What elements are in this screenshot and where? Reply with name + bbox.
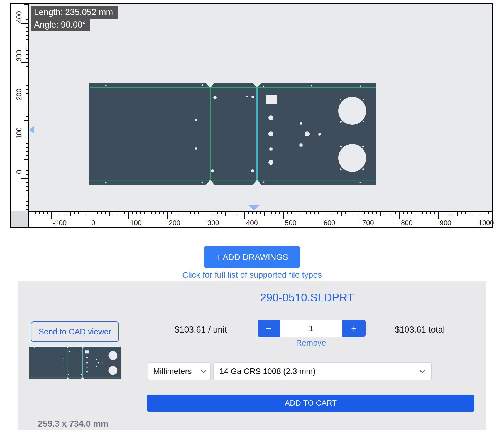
unit-price: $103.61 / unit	[175, 325, 227, 335]
part-card: 290-0510.SLDPRT Send to CAD viewer 259.3…	[18, 281, 486, 430]
send-to-cad-viewer-button[interactable]: Send to CAD viewer	[31, 321, 119, 342]
horizontal-ruler: -10001002003004005006007008009001000	[11, 211, 492, 227]
quantity-stepper: − +	[258, 320, 366, 337]
vertical-ruler: 4003002001000	[11, 4, 29, 211]
cad-viewer: Length: 235.052 mm Angle: 90.00° 4003002…	[10, 3, 493, 228]
quantity-decrease-button[interactable]: −	[258, 320, 280, 337]
tooltip-angle: Angle: 90.00°	[31, 19, 90, 31]
units-select[interactable]: Millimeters	[148, 362, 211, 380]
quantity-input[interactable]	[280, 320, 342, 337]
material-select-value: 14 Ga CRS 1008 (2.3 mm)	[219, 367, 315, 376]
supported-file-types-link[interactable]: Click for full list of supported file ty…	[0, 270, 504, 280]
chevron-down-icon	[201, 368, 206, 373]
viewer-canvas[interactable]: Length: 235.052 mm Angle: 90.00°	[29, 4, 492, 211]
add-to-cart-button[interactable]: ADD TO CART	[147, 395, 474, 412]
ruler-cursor-left-icon	[29, 126, 34, 134]
quantity-increase-button[interactable]: +	[342, 320, 366, 337]
part-dimensions: 259.3 x 734.0 mm	[38, 419, 108, 429]
total-price: $103.61 total	[395, 325, 445, 335]
units-select-value: Millimeters	[153, 367, 192, 376]
part-title: 290-0510.SLDPRT	[128, 291, 486, 304]
remove-link[interactable]: Remove	[280, 338, 342, 348]
part-thumbnail[interactable]	[29, 347, 121, 379]
ruler-corner	[11, 211, 29, 227]
material-select[interactable]: 14 Ga CRS 1008 (2.3 mm)	[213, 362, 432, 380]
part-drawing[interactable]	[89, 83, 376, 185]
measurement-tooltip: Length: 235.052 mm Angle: 90.00°	[31, 6, 118, 31]
add-drawings-label: ADD DRAWINGS	[222, 252, 288, 262]
chevron-down-icon	[420, 368, 425, 373]
tooltip-length: Length: 235.052 mm	[31, 6, 118, 19]
ruler-cursor-down-icon	[248, 205, 260, 210]
plus-icon: +	[216, 252, 222, 262]
add-drawings-button[interactable]: + ADD DRAWINGS	[204, 246, 300, 268]
